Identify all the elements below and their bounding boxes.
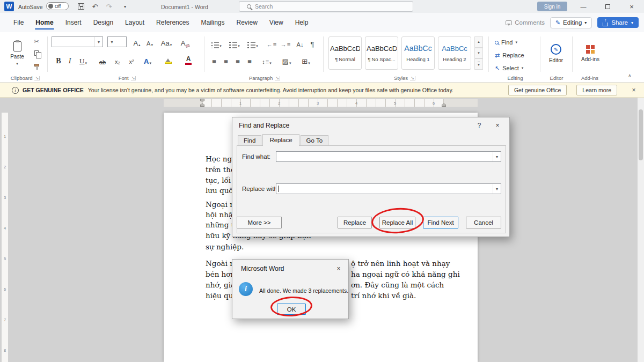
bullets-button[interactable]: ▾	[209, 38, 223, 49]
dismiss-banner-button[interactable]: ×	[627, 86, 641, 94]
save-button[interactable]	[75, 2, 87, 11]
tab-design[interactable]: Design	[87, 16, 119, 29]
replace-button[interactable]: Replace	[338, 217, 372, 228]
dialog-launcher-icon[interactable]: ↘	[131, 76, 136, 80]
paste-button[interactable]: Paste ▾	[5, 35, 29, 72]
dialog-help-button[interactable]: ?	[472, 120, 487, 131]
italic-button[interactable]: I	[65, 55, 74, 66]
select-button[interactable]: ↖ Select ▾	[495, 63, 523, 73]
replace-button[interactable]: ⇄ Replace	[495, 50, 524, 60]
clear-formatting-button[interactable]: A	[178, 36, 192, 48]
line-spacing-button[interactable]: ↕ ≡ ▾	[259, 55, 275, 66]
add-ins-button[interactable]: Add-ins	[576, 35, 604, 72]
shrink-font-button[interactable]: A ▾	[144, 36, 156, 48]
superscript-button[interactable]: x²	[126, 55, 137, 66]
decrease-indent-button[interactable]: ← ≡	[265, 38, 278, 49]
collapse-ribbon-button[interactable]: ∧	[628, 73, 632, 78]
undo-button[interactable]: ↶	[89, 2, 101, 11]
dialog-launcher-icon[interactable]: ↘	[275, 76, 280, 80]
quick-access-chevron[interactable]: ▾	[119, 2, 131, 11]
align-center-button[interactable]: ≡	[221, 55, 231, 66]
share-button[interactable]: Share ▾	[597, 17, 639, 28]
more-button[interactable]: More >>	[237, 217, 282, 228]
comments-button[interactable]: Comments	[506, 19, 545, 26]
font-color-button[interactable]: A	[180, 55, 196, 66]
ok-button[interactable]: OK	[277, 304, 306, 315]
minimize-button[interactable]: —	[575, 0, 591, 13]
font-size-combobox[interactable]: ▾	[107, 36, 127, 47]
tab-mailings[interactable]: Mailings	[195, 16, 230, 29]
replace-all-button[interactable]: Replace All	[379, 217, 415, 228]
dialog-close-button[interactable]: ×	[331, 263, 346, 274]
tab-file[interactable]: File	[8, 16, 30, 29]
vertical-scrollbar[interactable]	[638, 98, 644, 362]
increase-indent-button[interactable]: → ≡	[279, 38, 292, 49]
find-next-button[interactable]: Find Next	[423, 217, 458, 228]
show-paragraph-marks-button[interactable]: ¶	[308, 38, 317, 49]
font-name-combobox[interactable]: ▾	[52, 36, 103, 47]
cut-button[interactable]: ✂	[31, 36, 42, 46]
text-effects-button[interactable]: A ▾	[141, 55, 155, 66]
style-heading-1[interactable]: AaBbCc Heading 1	[401, 36, 435, 70]
sort-button[interactable]: A↓	[294, 38, 306, 49]
style-normal[interactable]: AaBbCcDc ¶ Normal	[328, 36, 362, 70]
replace-with-input[interactable]: ▾	[276, 183, 501, 194]
styles-gallery-expand-button[interactable]: ▾	[474, 58, 483, 70]
replace-label: Replace	[343, 219, 366, 226]
style-no-spacing[interactable]: AaBbCcDc ¶ No Spac...	[365, 36, 398, 70]
styles-scroll-down-button[interactable]: ▾	[474, 48, 483, 59]
format-painter-button[interactable]	[31, 60, 42, 70]
numbering-button[interactable]: ▾	[228, 38, 241, 49]
learn-more-button[interactable]: Learn more	[576, 85, 617, 95]
underline-button[interactable]: U ▾	[76, 55, 90, 66]
change-case-button[interactable]: Aa ▾	[159, 36, 174, 48]
tab-references[interactable]: References	[150, 16, 195, 29]
search-box[interactable]: Search	[239, 1, 413, 12]
maximize-button[interactable]	[599, 0, 616, 13]
dialog-launcher-icon[interactable]: ↘	[410, 76, 415, 80]
chevron-down-icon[interactable]: ▾	[493, 184, 501, 194]
align-right-button[interactable]: ≡	[233, 55, 243, 66]
tab-go-to[interactable]: Go To	[301, 135, 328, 146]
borders-button[interactable]: ⊞ ▾	[298, 55, 313, 66]
horizontal-ruler[interactable]: 1 2 3 4 5 6	[0, 98, 644, 109]
dialog-close-button[interactable]: ×	[490, 120, 505, 131]
dialog-launcher-icon[interactable]: ↘	[34, 76, 40, 80]
shading-button[interactable]: ▨ ▾	[279, 55, 294, 66]
editing-mode-button[interactable]: ✎ Editing ▾	[550, 17, 592, 28]
grow-font-button[interactable]: A ▴	[131, 36, 143, 48]
tab-review[interactable]: Review	[230, 16, 263, 29]
cancel-button[interactable]: Cancel	[466, 217, 501, 228]
style-heading-2[interactable]: AaBbCc Heading 2	[438, 36, 471, 70]
editor-button[interactable]: ✎ Editor	[543, 35, 569, 72]
word-logo-icon[interactable]: W	[4, 2, 14, 11]
find-what-input[interactable]: ▾	[276, 151, 501, 162]
text-cursor	[278, 186, 279, 192]
tab-find[interactable]: Find	[238, 135, 261, 146]
italic-icon: I	[69, 57, 71, 65]
multilevel-list-button[interactable]: ▾	[246, 38, 260, 49]
tab-layout[interactable]: Layout	[119, 16, 150, 29]
highlight-button[interactable]	[160, 55, 176, 66]
tab-replace[interactable]: Replace	[262, 134, 299, 146]
tab-view[interactable]: View	[264, 16, 289, 29]
chevron-down-icon[interactable]: ▾	[493, 152, 501, 161]
strikethrough-button[interactable]: ab	[97, 55, 108, 66]
bold-button[interactable]: B	[54, 55, 63, 66]
close-button[interactable]: ×	[624, 0, 640, 13]
align-left-button[interactable]: ≡	[209, 55, 219, 66]
sign-in-button[interactable]: Sign in	[537, 2, 567, 11]
tab-help[interactable]: Help	[289, 16, 314, 29]
tab-insert[interactable]: Insert	[60, 16, 87, 29]
get-genuine-office-button[interactable]: Get genuine Office	[508, 85, 567, 95]
tab-home[interactable]: Home	[30, 16, 59, 29]
find-button[interactable]: Find ▾	[495, 38, 517, 47]
justify-button[interactable]: ≡	[245, 55, 254, 66]
autosave-toggle[interactable]: Off	[46, 2, 69, 10]
vertical-ruler[interactable]: 1 2 3 4 5 6 7 8	[0, 98, 10, 362]
copy-button[interactable]	[31, 48, 42, 58]
styles-scroll-up-button[interactable]: ▴	[474, 36, 483, 48]
scrollbar-thumb[interactable]	[639, 109, 643, 160]
redo-button[interactable]: ↷	[103, 2, 115, 11]
subscript-button[interactable]: x₂	[112, 55, 123, 66]
